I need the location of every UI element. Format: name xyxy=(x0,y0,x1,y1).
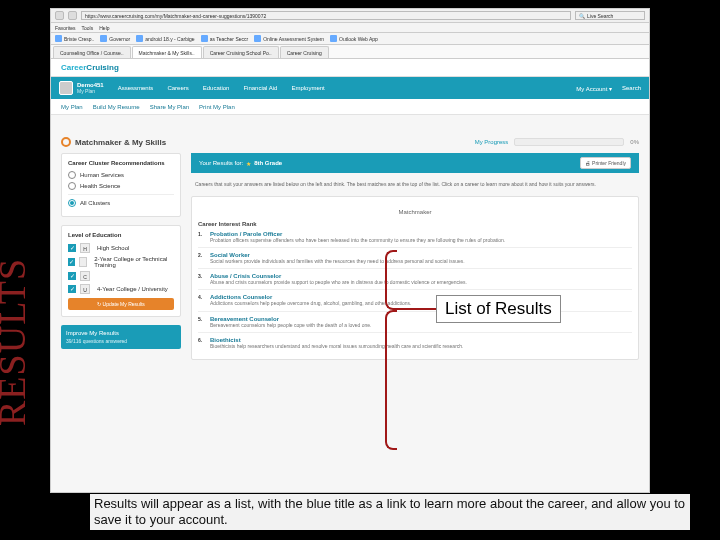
top-nav: Demo451 My Plan Assessments Careers Educ… xyxy=(51,77,649,99)
education-title: Level of Education xyxy=(68,232,174,238)
star-icon: ★ xyxy=(246,160,251,167)
result-desc: Probation officers supervise offenders w… xyxy=(210,237,632,243)
nav-employment[interactable]: Employment xyxy=(291,85,324,91)
edu-option[interactable]: ✓C xyxy=(68,271,174,281)
improve-card[interactable]: Improve My Results 39/116 questions answ… xyxy=(61,325,181,349)
cluster-card: Career Cluster Recommendations Human Ser… xyxy=(61,153,181,217)
result-item[interactable]: 1.Probation / Parole OfficerProbation of… xyxy=(198,231,632,243)
edu-option[interactable]: ✓U4-Year College / University xyxy=(68,284,174,294)
bookmark-item[interactable]: android 18.y - Carbige xyxy=(136,35,194,42)
bookmark-item[interactable]: Briste Cresp.. xyxy=(55,35,94,42)
back-button[interactable] xyxy=(55,11,64,20)
menu-tools[interactable]: Tools xyxy=(82,25,94,31)
result-desc: Social workers provide individuals and f… xyxy=(210,258,632,264)
step-icon xyxy=(61,137,71,147)
result-item[interactable]: 2.Social WorkerSocial workers provide in… xyxy=(198,252,632,264)
menu-favorites[interactable]: Favorites xyxy=(55,25,76,31)
address-bar: https://www.careercruising.com/my/Matchm… xyxy=(51,9,649,23)
bookmarks-bar: Briste Cresp.. Governor android 18.y - C… xyxy=(51,33,649,45)
results-for-label: Your Results for: xyxy=(199,160,243,166)
bookmark-item[interactable]: Online Assessment System xyxy=(254,35,324,42)
cluster-option[interactable]: Health Science xyxy=(68,182,174,190)
nav-account[interactable]: My Account ▾ xyxy=(576,85,612,92)
nav-careers[interactable]: Careers xyxy=(167,85,188,91)
matchmaker-heading: Matchmaker xyxy=(198,209,632,215)
nav-search[interactable]: Search xyxy=(622,85,641,92)
page-title: Matchmaker & My Skills xyxy=(75,138,166,147)
result-title[interactable]: Probation / Parole Officer xyxy=(210,231,282,237)
cluster-all[interactable]: All Clusters xyxy=(68,199,174,207)
site-icon xyxy=(330,35,337,42)
result-desc: Addictions counselors help people overco… xyxy=(210,300,632,306)
plan-subnav: My Plan Build My Resume Share My Plan Pr… xyxy=(51,99,649,115)
browser-window: https://www.careercruising.com/my/Matchm… xyxy=(50,8,650,493)
browser-search[interactable]: 🔍Live Search xyxy=(575,11,645,20)
cluster-title: Career Cluster Recommendations xyxy=(68,160,174,166)
bookmark-item[interactable]: Governor xyxy=(100,35,130,42)
result-title[interactable]: Bioethicist xyxy=(210,337,241,343)
subnav-resume[interactable]: Build My Resume xyxy=(93,104,140,110)
tab-bar: Counseling Office / Counse.. Matchmaker … xyxy=(51,45,649,59)
bookmark-item[interactable]: Outlook Web App xyxy=(330,35,378,42)
progress-percent: 0% xyxy=(630,139,639,145)
edu-option[interactable]: ✓HHigh School xyxy=(68,243,174,253)
cluster-option[interactable]: Human Services xyxy=(68,171,174,179)
result-desc: Bereavement counselors help people cope … xyxy=(210,322,632,328)
improve-title: Improve My Results xyxy=(66,330,119,336)
results-intro: Careers that suit your answers are liste… xyxy=(191,179,639,190)
logo: CareerCruising xyxy=(61,63,119,72)
site-icon xyxy=(254,35,261,42)
search-icon: 🔍 xyxy=(579,13,585,19)
browser-tab[interactable]: Matchmaker & My Skills.. xyxy=(132,46,202,58)
edu-option[interactable]: ✓2-Year College or Technical Training xyxy=(68,256,174,268)
bookmark-item[interactable]: as Teacher Seccr xyxy=(201,35,249,42)
nav-education[interactable]: Education xyxy=(203,85,230,91)
interest-heading: Career Interest Rank xyxy=(198,221,632,227)
bracket-annotation xyxy=(385,310,397,450)
subnav-myplan[interactable]: My Plan xyxy=(61,104,83,110)
site-icon xyxy=(201,35,208,42)
user-subtitle: My Plan xyxy=(77,88,95,94)
menu-help[interactable]: Help xyxy=(99,25,109,31)
printer-icon: 🖨 xyxy=(585,160,590,166)
browser-tab[interactable]: Career Cruising School Po.. xyxy=(203,46,279,58)
forward-button[interactable] xyxy=(68,11,77,20)
result-item[interactable]: 3.Abuse / Crisis CounselorAbuse and cris… xyxy=(198,273,632,285)
bracket-annotation xyxy=(385,250,397,310)
nav-assessments[interactable]: Assessments xyxy=(118,85,154,91)
app-content: CareerCruising Demo451 My Plan Assessmen… xyxy=(51,59,649,492)
browser-tab[interactable]: Career Cruising xyxy=(280,46,329,58)
site-icon xyxy=(100,35,107,42)
results-header: Your Results for: ★ 8th Grade 🖨Printer F… xyxy=(191,153,639,173)
result-item[interactable]: 5.Bereavement CounselorBereavement couns… xyxy=(198,316,632,328)
avatar xyxy=(59,81,73,95)
site-icon xyxy=(55,35,62,42)
progress-bar xyxy=(514,138,624,146)
result-item[interactable]: 6.BioethicistBioethicists help researche… xyxy=(198,337,632,349)
menu-bar: Favorites Tools Help xyxy=(51,23,649,33)
result-item[interactable]: 4.Addictions CounselorAddictions counsel… xyxy=(198,294,632,306)
page-title-row: Matchmaker & My Skills My Progress 0% xyxy=(61,137,639,147)
callout-connector xyxy=(397,308,437,310)
callout-label: List of Results xyxy=(436,295,561,323)
improve-sub: 39/116 questions answered xyxy=(66,338,176,344)
results-for-value: 8th Grade xyxy=(254,160,282,166)
nav-financial[interactable]: Financial Aid xyxy=(243,85,277,91)
printer-friendly-button[interactable]: 🖨Printer Friendly xyxy=(580,157,631,169)
slide-caption: Results will appear as a list, with the … xyxy=(90,494,690,531)
update-results-button[interactable]: ↻ Update My Results xyxy=(68,298,174,310)
main-column: Your Results for: ★ 8th Grade 🖨Printer F… xyxy=(191,153,639,360)
result-desc: Abuse and crisis counselors provide supp… xyxy=(210,279,632,285)
progress-label: My Progress xyxy=(475,139,509,145)
url-field[interactable]: https://www.careercruising.com/my/Matchm… xyxy=(81,11,571,20)
vertical-results-label: RESULTS xyxy=(0,258,34,426)
browser-tab[interactable]: Counseling Office / Counse.. xyxy=(53,46,131,58)
user-block[interactable]: Demo451 My Plan xyxy=(59,81,104,95)
subnav-print[interactable]: Print My Plan xyxy=(199,104,235,110)
subnav-share[interactable]: Share My Plan xyxy=(150,104,189,110)
result-title[interactable]: Social Worker xyxy=(210,252,250,258)
site-icon xyxy=(136,35,143,42)
education-card: Level of Education ✓HHigh School ✓2-Year… xyxy=(61,225,181,317)
result-title[interactable]: Bereavement Counselor xyxy=(210,316,279,322)
brand-bar: CareerCruising xyxy=(51,59,649,77)
